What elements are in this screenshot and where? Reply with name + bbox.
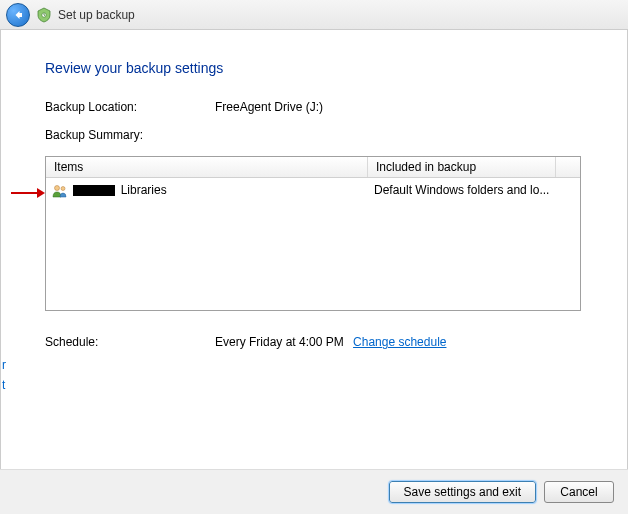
table-row[interactable]: Libraries Default Windows folders and lo… — [46, 178, 580, 203]
cropped-link-fragments: r t — [2, 355, 6, 395]
window-title: Set up backup — [58, 8, 135, 22]
backup-summary-label-row: Backup Summary: — [45, 128, 583, 142]
backup-summary-table: Items Included in backup Libraries Defau… — [45, 156, 581, 311]
fragment-b: t — [2, 375, 6, 395]
schedule-label: Schedule: — [45, 335, 215, 349]
cancel-button[interactable]: Cancel — [544, 481, 614, 503]
svg-marker-4 — [37, 188, 45, 198]
fragment-a: r — [2, 355, 6, 375]
backup-location-row: Backup Location: FreeAgent Drive (J:) — [45, 100, 583, 114]
backup-location-label: Backup Location: — [45, 100, 215, 114]
window-titlebar: Set up backup — [0, 0, 628, 30]
page-title: Review your backup settings — [45, 60, 583, 76]
content-area: Review your backup settings Backup Locat… — [0, 30, 628, 469]
schedule-value: Every Friday at 4:00 PM — [215, 335, 344, 349]
save-settings-button[interactable]: Save settings and exit — [389, 481, 536, 503]
table-header: Items Included in backup — [46, 157, 580, 178]
user-group-icon — [52, 184, 68, 198]
back-button[interactable] — [6, 3, 30, 27]
schedule-value-wrap: Every Friday at 4:00 PM Change schedule — [215, 335, 446, 349]
backup-summary-label: Backup Summary: — [45, 128, 215, 142]
back-arrow-icon — [12, 9, 24, 21]
column-header-items[interactable]: Items — [46, 157, 368, 177]
redacted-username — [73, 185, 115, 196]
dialog-footer: Save settings and exit Cancel — [0, 469, 628, 514]
included-cell: Default Windows folders and lo... — [368, 181, 556, 200]
item-suffix: Libraries — [121, 183, 167, 197]
change-schedule-link[interactable]: Change schedule — [353, 335, 446, 349]
red-arrow-annotation-icon — [11, 187, 45, 199]
item-cell: Libraries — [46, 181, 368, 200]
schedule-row: Schedule: Every Friday at 4:00 PM Change… — [45, 335, 583, 349]
backup-app-icon — [36, 7, 52, 23]
column-header-end — [556, 157, 580, 177]
svg-point-1 — [55, 185, 60, 190]
backup-location-value: FreeAgent Drive (J:) — [215, 100, 583, 114]
column-header-included[interactable]: Included in backup — [368, 157, 556, 177]
svg-point-2 — [61, 186, 65, 190]
